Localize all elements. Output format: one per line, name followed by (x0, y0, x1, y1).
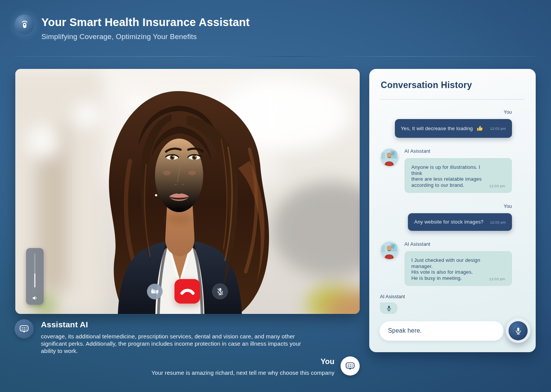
page: Your Smart Health Insurance Assistant Si… (0, 0, 551, 392)
camera-off-button[interactable] (147, 284, 163, 299)
typing-bubble (380, 302, 398, 314)
mic-button[interactable] (509, 321, 528, 340)
mic-off-button[interactable] (212, 283, 228, 299)
message-bubble: I Just checked with our design manager. … (404, 251, 512, 286)
assistant-caption: Assistant AI coverage, its additional te… (15, 319, 351, 354)
page-subtitle: Simplifying Coverage, Optimizing Your Be… (41, 33, 250, 41)
video-call-panel (15, 69, 360, 314)
message-list: You Yes, It will decrease the loading 12… (369, 100, 536, 294)
chat-message: You Any website for stock images? 12:03 … (381, 204, 512, 231)
user-caption: You Your resume is amazing richard, next… (152, 356, 360, 376)
conversation-history-title: Conversation History (381, 80, 524, 90)
message-bubble: Any website for stock images? 12:03 pm (408, 213, 512, 231)
hangup-call-icon (178, 284, 197, 299)
message-text: I Just checked with our design manager. … (411, 257, 484, 281)
chat-message: AI Asisstant Anyone is up for illustrati… (381, 149, 512, 193)
message-sender: AI Asisstant (404, 149, 512, 154)
mic-off-icon (216, 287, 225, 296)
assistant-avatar (381, 242, 398, 259)
user-caption-text: Your resume is amazing richard, next tel… (152, 369, 334, 376)
message-time: 12:03 pm (490, 220, 506, 224)
typing-label: AI Asisstant (380, 294, 525, 299)
message-bubble: Yes, It will decrease the loading 12:03 … (395, 119, 512, 138)
message-text: Yes, It will decrease the loading (401, 126, 473, 132)
message-time: 12:03 pm (490, 126, 506, 131)
mic-button-ring (506, 318, 530, 343)
message-sender: You (504, 109, 512, 115)
assistant-caption-label: Assistant AI (41, 320, 312, 329)
message-sender: AI Asisstant (404, 242, 512, 247)
message-bubble: Anyone is up for illustrations. I think … (404, 158, 512, 193)
chat-message: You Yes, It will decrease the loading 12… (381, 109, 512, 138)
thumbs-up-icon (476, 125, 484, 132)
conversation-history-panel: Conversation History You Yes, It will de… (369, 69, 536, 352)
call-controls (15, 279, 360, 304)
chat-bubble-icon (15, 319, 34, 338)
voice-input-row (369, 314, 536, 352)
assistant-video-feed (15, 69, 360, 314)
hangup-button[interactable] (174, 279, 200, 304)
header-divider (15, 56, 536, 57)
typing-indicator: AI Asisstant (369, 294, 536, 314)
message-time: 12:03 pm (489, 184, 505, 188)
camera-off-icon (150, 287, 159, 296)
mic-icon (386, 305, 392, 312)
chat-message: AI Asisstant I Just checked with our des… (381, 242, 512, 286)
message-text: Anyone is up for illustrations. I think … (411, 164, 484, 188)
page-title: Your Smart Health Insurance Assistant (41, 16, 250, 29)
mic-icon (514, 327, 522, 335)
message-sender: You (504, 204, 512, 209)
voice-assistant-icon (15, 15, 34, 34)
message-text: Any website for stock images? (414, 219, 483, 225)
user-caption-label: You (152, 357, 334, 366)
app-header: Your Smart Health Insurance Assistant Si… (15, 15, 250, 41)
message-time: 12:03 pm (489, 277, 505, 281)
assistant-caption-text: coverage, its additional telemedicine, p… (41, 333, 312, 354)
speak-input[interactable] (380, 321, 504, 341)
chat-bubble-icon (341, 356, 360, 376)
assistant-avatar (381, 149, 398, 166)
